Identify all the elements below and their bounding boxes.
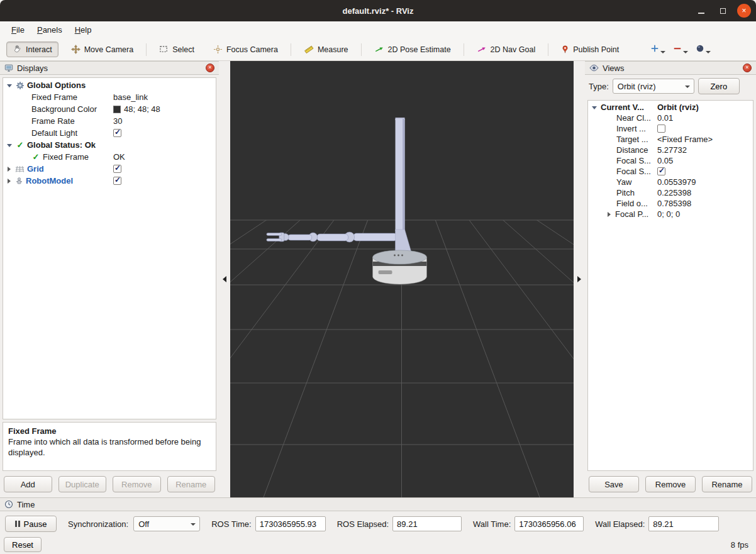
- background-color-value[interactable]: 48; 48; 48: [110, 104, 216, 114]
- menu-file[interactable]: File: [5, 23, 31, 37]
- remove-view-button[interactable]: Remove: [645, 476, 696, 492]
- move-camera-tool[interactable]: Move Camera: [65, 42, 140, 57]
- close-button[interactable]: ×: [737, 4, 751, 18]
- help-text: Frame into which all data is transformed…: [8, 437, 211, 458]
- nav-goal-tool[interactable]: 2D Nav Goal: [470, 42, 542, 57]
- left-splitter[interactable]: [219, 61, 230, 497]
- tree-row-field-of-view[interactable]: Field o... 0.785398: [588, 198, 753, 209]
- tree-row-robotmodel[interactable]: RobotModel: [3, 175, 216, 187]
- tree-row-background-color[interactable]: Background Color 48; 48; 48: [3, 103, 216, 115]
- tree-row-near-clip[interactable]: Near Cl... 0.01: [588, 113, 753, 123]
- collapse-right-icon[interactable]: [577, 276, 581, 282]
- time-panel-header: Time: [0, 497, 756, 511]
- collapse-left-icon[interactable]: [223, 276, 226, 282]
- time-panel-title: Time: [17, 500, 35, 509]
- wall-time-field[interactable]: [514, 516, 584, 531]
- tree-row-global-status[interactable]: Global Status: Ok: [3, 139, 216, 151]
- expander-down-icon[interactable]: [7, 84, 12, 87]
- add-tool-button[interactable]: [649, 43, 667, 56]
- tree-row-current-view[interactable]: Current V... Orbit (rviz): [588, 102, 753, 113]
- invert-z-checkbox[interactable]: [657, 125, 665, 133]
- displays-panel-close-button[interactable]: [206, 64, 214, 72]
- add-button[interactable]: Add: [4, 476, 52, 492]
- select-tool[interactable]: Select: [153, 42, 201, 57]
- menu-panels[interactable]: Panels: [31, 23, 69, 37]
- toolbar: Interact Move Camera Select Focus Camera: [0, 38, 756, 61]
- 3d-viewport[interactable]: [230, 61, 574, 497]
- chevron-down-icon: [191, 523, 196, 526]
- tree-row-status-fixed-frame[interactable]: Fixed Frame OK: [3, 151, 216, 163]
- time-panel: Time Pause Synchronization: Off ROS Time…: [0, 497, 756, 536]
- tool-options-button[interactable]: [694, 43, 712, 56]
- pose-estimate-tool[interactable]: 2D Pose Estimate: [368, 42, 457, 57]
- window-title: default.rviz* - RViz: [343, 6, 414, 16]
- rename-view-button[interactable]: Rename: [702, 476, 752, 492]
- minimize-button[interactable]: [694, 4, 708, 18]
- ros-elapsed-field[interactable]: [392, 516, 462, 531]
- clock-icon: [4, 500, 13, 509]
- maximize-button[interactable]: [716, 4, 730, 18]
- sync-label: Synchronization:: [68, 519, 128, 529]
- pause-button[interactable]: Pause: [5, 516, 57, 532]
- default-light-checkbox[interactable]: [113, 129, 121, 137]
- grid-enabled-checkbox[interactable]: [113, 165, 121, 173]
- displays-panel: Displays Global Options Fixed Frame: [0, 61, 219, 497]
- sync-dropdown[interactable]: Off: [133, 516, 200, 531]
- map-pin-icon: [561, 45, 569, 54]
- expander-right-icon[interactable]: [608, 212, 611, 217]
- zero-button[interactable]: Zero: [698, 78, 740, 94]
- toolbar-separator: [548, 43, 548, 56]
- tree-row-pitch[interactable]: Pitch 0.225398: [588, 187, 753, 198]
- reset-button[interactable]: Reset: [4, 537, 42, 552]
- plus-icon: [650, 44, 659, 55]
- chevron-down-icon: [660, 51, 665, 53]
- focal-shape-checkbox[interactable]: [657, 167, 665, 175]
- interact-tool[interactable]: Interact: [6, 42, 58, 57]
- tree-row-target-frame[interactable]: Target ... <Fixed Frame>: [588, 134, 753, 145]
- views-panel-close-button[interactable]: [743, 64, 752, 72]
- tree-row-yaw[interactable]: Yaw 0.0553979: [588, 177, 753, 187]
- views-tree: Current V... Orbit (rviz) Near Cl... 0.0…: [587, 100, 753, 471]
- toolbar-separator: [464, 43, 464, 56]
- tree-row-focal-shape-fixed[interactable]: Focal S...: [588, 166, 753, 177]
- ros-time-field[interactable]: [255, 516, 326, 531]
- expander-right-icon[interactable]: [8, 179, 11, 184]
- tree-row-focal-shape-size[interactable]: Focal S... 0.05: [588, 155, 753, 166]
- expander-right-icon[interactable]: [8, 167, 11, 172]
- wall-elapsed-field[interactable]: [648, 516, 719, 531]
- chevron-down-icon: [706, 51, 711, 53]
- save-view-button[interactable]: Save: [589, 476, 639, 492]
- frame-rate-value[interactable]: 30: [110, 116, 216, 126]
- tree-row-invert-z[interactable]: Invert ...: [588, 123, 753, 134]
- gear-icon: [16, 81, 25, 90]
- tree-row-focal-point[interactable]: Focal P... 0; 0; 0: [588, 209, 753, 219]
- tree-row-frame-rate[interactable]: Frame Rate 30: [3, 115, 216, 127]
- view-type-dropdown[interactable]: Orbit (rviz): [613, 79, 694, 94]
- views-panel: Views Type: Orbit (rviz) Zero Current V.…: [585, 61, 756, 497]
- tree-row-default-light[interactable]: Default Light: [3, 127, 216, 139]
- displays-panel-header: Displays: [0, 61, 219, 75]
- expander-down-icon[interactable]: [592, 106, 597, 109]
- fixed-frame-value[interactable]: base_link: [110, 92, 216, 102]
- expander-down-icon[interactable]: [7, 144, 12, 147]
- grid-icon: [15, 165, 25, 173]
- robotmodel-enabled-checkbox[interactable]: [113, 177, 121, 185]
- menu-help[interactable]: Help: [69, 23, 98, 37]
- rename-button[interactable]: Rename: [167, 476, 216, 492]
- right-splitter[interactable]: [574, 61, 585, 497]
- publish-point-tool[interactable]: Publish Point: [555, 42, 625, 57]
- focus-camera-tool[interactable]: Focus Camera: [207, 42, 284, 57]
- color-swatch: [113, 106, 121, 113]
- menubar: File Panels Help: [0, 21, 756, 38]
- displays-panel-title: Displays: [17, 64, 48, 73]
- tree-row-global-options[interactable]: Global Options: [3, 79, 216, 91]
- tree-row-fixed-frame[interactable]: Fixed Frame base_link: [3, 91, 216, 103]
- remove-tool-button[interactable]: [672, 43, 689, 56]
- wall-time-label: Wall Time:: [473, 519, 511, 529]
- tree-row-distance[interactable]: Distance 5.27732: [588, 145, 753, 155]
- measure-tool[interactable]: Measure: [297, 42, 355, 57]
- toolbar-separator: [361, 43, 362, 56]
- remove-button[interactable]: Remove: [113, 476, 161, 492]
- duplicate-button[interactable]: Duplicate: [58, 476, 107, 492]
- tree-row-grid[interactable]: Grid: [3, 163, 216, 175]
